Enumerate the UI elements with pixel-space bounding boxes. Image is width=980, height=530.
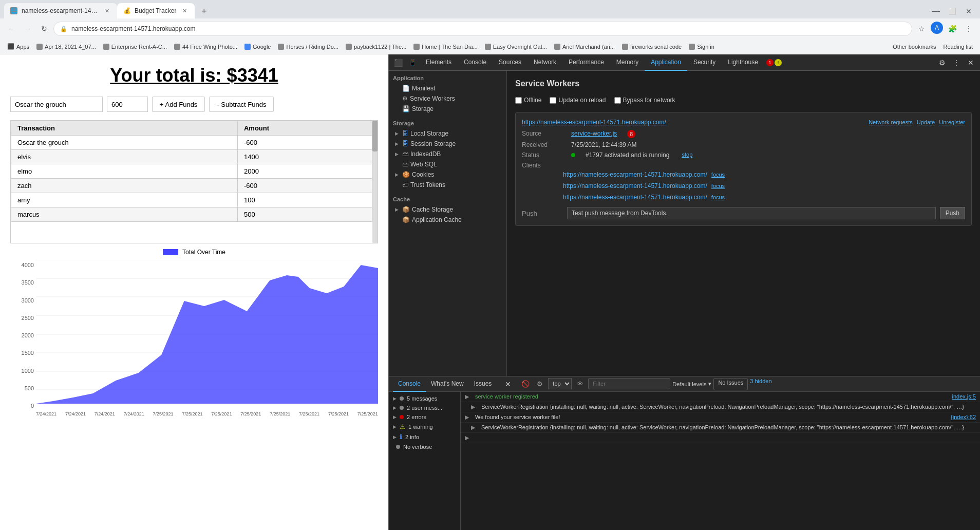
bookmark-6[interactable]: payback1122 | The... xyxy=(343,43,409,51)
bookmark-btn[interactable]: ☆ xyxy=(914,22,929,36)
scrollbar[interactable] xyxy=(372,121,378,243)
sidebar-service-workers[interactable]: ⚙ Service Workers xyxy=(389,93,506,104)
forward-button[interactable]: → xyxy=(21,22,35,36)
msg-2-arrow[interactable]: ▶ xyxy=(465,414,471,421)
devtools-settings-btn[interactable]: ⚙ xyxy=(935,55,949,70)
sidebar-websql[interactable]: 🗃 Web SQL xyxy=(389,159,506,169)
sidebar-app-cache[interactable]: 📦 Application Cache xyxy=(389,215,506,225)
tab-security[interactable]: Security xyxy=(687,54,722,71)
console-filter-input[interactable] xyxy=(588,378,670,389)
console-eye-btn[interactable]: 👁 xyxy=(574,378,586,390)
msg-2-detail-arrow[interactable]: ▶ xyxy=(471,424,477,431)
reading-list[interactable]: Reading list xyxy=(940,43,976,51)
unregister-link[interactable]: Unregister xyxy=(939,119,965,125)
sw-origin-url[interactable]: https://nameless-escarpment-14571.heroku… xyxy=(522,119,666,126)
sidebar-trust-tokens[interactable]: 🏷 Trust Tokens xyxy=(389,180,506,190)
profile-btn[interactable]: A xyxy=(931,22,943,34)
tab-1-close[interactable]: ✕ xyxy=(103,7,111,15)
sw-focus-2[interactable]: focus xyxy=(711,183,725,189)
update-link[interactable]: Update xyxy=(917,119,935,125)
sw-offline-input[interactable] xyxy=(515,97,522,104)
bookmark-11[interactable]: Sign in xyxy=(686,43,718,51)
console-context-select[interactable]: top xyxy=(548,378,572,389)
bookmark-8[interactable]: Easy Overnight Oat... xyxy=(482,43,550,51)
console-tab-whatsnew[interactable]: What's New xyxy=(426,376,469,392)
tab-application[interactable]: Application xyxy=(645,54,687,71)
name-input[interactable] xyxy=(10,97,103,112)
sw-push-button[interactable]: Push xyxy=(940,207,965,219)
new-tab-button[interactable]: + xyxy=(197,4,211,18)
bookmark-5[interactable]: Horses / Riding Do... xyxy=(275,43,341,51)
menu-btn[interactable]: ⋮ xyxy=(962,22,976,36)
devtools-close-btn[interactable]: ✕ xyxy=(964,55,978,70)
filter-1-warning[interactable]: ▶ ⚠ 1 warning xyxy=(389,422,460,432)
sw-focus-1[interactable]: focus xyxy=(711,172,725,178)
sidebar-session-storage[interactable]: ▶ 🗄 Session Storage xyxy=(389,139,506,149)
bookmark-10[interactable]: fireworks serial code xyxy=(619,43,685,51)
tab-console[interactable]: Console xyxy=(458,54,493,71)
filter-5-messages[interactable]: ▶ 5 messages xyxy=(389,394,460,403)
bookmark-3[interactable]: 44 Free Wing Photo... xyxy=(171,43,240,51)
amount-input[interactable] xyxy=(107,97,148,112)
console-clear-btn[interactable]: 🚫 xyxy=(519,378,532,390)
msg-2-source[interactable]: {index}:62 xyxy=(951,414,976,420)
msg-1-detail-arrow[interactable]: ▶ xyxy=(471,404,477,410)
sw-bypass-input[interactable] xyxy=(614,97,621,104)
tab-lighthouse[interactable]: Lighthouse xyxy=(722,54,764,71)
bookmark-apps[interactable]: ⬛ Apps xyxy=(4,42,32,51)
close-btn[interactable]: ✕ xyxy=(962,4,976,18)
sidebar-manifest[interactable]: 📄 Manifest xyxy=(389,83,506,93)
sw-client-url-1[interactable]: https://nameless-escarpment-14571.heroku… xyxy=(563,171,707,178)
msg-1-source[interactable]: index.js:5 xyxy=(952,393,976,400)
tab-memory[interactable]: Memory xyxy=(610,54,645,71)
tab-1[interactable]: 🌐 nameless-escarpment-14571 | H... ✕ xyxy=(4,3,117,18)
bookmark-9[interactable]: Ariel Marchand (ari... xyxy=(551,43,618,51)
sw-client-url-3[interactable]: https://nameless-escarpment-14571.heroku… xyxy=(563,194,707,201)
bookmark-1[interactable]: Apr 18, 2021 4_07... xyxy=(33,43,99,51)
other-bookmarks[interactable]: Other bookmarks xyxy=(890,43,939,51)
sw-client-url-2[interactable]: https://nameless-escarpment-14571.heroku… xyxy=(563,182,707,190)
sw-push-input[interactable] xyxy=(567,207,936,219)
sidebar-local-storage[interactable]: ▶ 🗄 Local Storage xyxy=(389,128,506,139)
tab-2[interactable]: 💰 Budget Tracker ✕ xyxy=(117,3,195,18)
sidebar-cache-storage[interactable]: ▶ 📦 Cache Storage xyxy=(389,204,506,215)
network-requests-link[interactable]: Network requests xyxy=(869,119,913,125)
tab-elements[interactable]: Elements xyxy=(420,54,458,71)
reload-button[interactable]: ↻ xyxy=(37,22,51,36)
sw-offline-checkbox[interactable]: Offline xyxy=(515,97,541,104)
filter-no-verbose[interactable]: No verbose xyxy=(389,442,460,451)
sw-stop-link[interactable]: stop xyxy=(682,152,692,159)
console-tab-console[interactable]: Console xyxy=(393,376,426,392)
sw-update-reload-input[interactable] xyxy=(550,97,556,104)
sw-bypass-checkbox[interactable]: Bypass for network xyxy=(614,97,675,104)
add-funds-button[interactable]: + Add Funds xyxy=(152,97,205,112)
sw-focus-3[interactable]: focus xyxy=(711,194,725,200)
extension-btn[interactable]: 🧩 xyxy=(945,22,959,36)
filter-2-errors[interactable]: ▶ 2 errors xyxy=(389,412,460,422)
devtools-device-icon[interactable]: 📱 xyxy=(405,55,420,70)
filter-2-info[interactable]: ▶ ℹ 2 info xyxy=(389,432,460,442)
console-settings-btn[interactable]: ⚙ xyxy=(534,378,546,390)
subtract-funds-button[interactable]: - Subtract Funds xyxy=(209,97,274,112)
bookmark-7[interactable]: Home | The San Dia... xyxy=(410,43,480,51)
sidebar-cookies[interactable]: ▶ 🍪 Cookies xyxy=(389,169,506,180)
filter-2-user-messages[interactable]: ▶ 2 user mess... xyxy=(389,403,460,412)
tab-2-close[interactable]: ✕ xyxy=(180,7,189,15)
minimize-btn[interactable]: — xyxy=(929,4,943,18)
devtools-more-btn[interactable]: ⋮ xyxy=(949,55,964,70)
tab-network[interactable]: Network xyxy=(527,54,562,71)
sidebar-indexeddb[interactable]: ▶ 🗃 IndexedDB xyxy=(389,149,506,159)
bookmark-2[interactable]: Enterprise Rent-A-C... xyxy=(100,43,170,51)
bookmark-4[interactable]: Google xyxy=(241,43,274,51)
console-tab-issues[interactable]: Issues xyxy=(469,376,497,392)
devtools-inspect-icon[interactable]: ⬛ xyxy=(391,55,405,70)
tab-performance[interactable]: Performance xyxy=(562,54,610,71)
hidden-count[interactable]: 3 hidden xyxy=(750,378,771,390)
sw-update-reload-checkbox[interactable]: Update on reload xyxy=(550,97,606,104)
tab-sources[interactable]: Sources xyxy=(493,54,527,71)
restore-btn[interactable]: ⬜ xyxy=(945,4,959,18)
sidebar-storage-app[interactable]: 💾 Storage xyxy=(389,104,506,114)
console-close-btn[interactable]: ✕ xyxy=(501,377,515,391)
msg-3-arrow[interactable]: ▶ xyxy=(465,434,471,441)
sw-source-file[interactable]: service-worker.js xyxy=(571,130,617,138)
